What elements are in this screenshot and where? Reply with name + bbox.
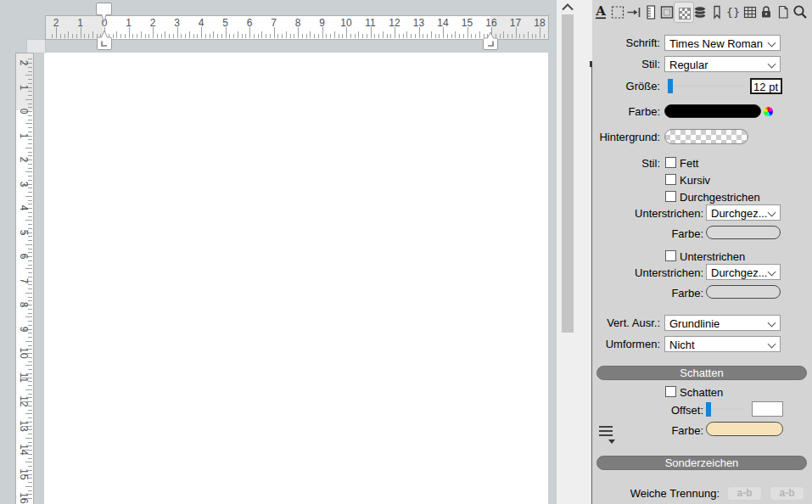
frame-icon[interactable] xyxy=(659,3,675,20)
table-icon[interactable] xyxy=(742,3,758,20)
ruler-tick xyxy=(277,34,278,38)
ruler-tick xyxy=(25,75,32,76)
font-value: Times New Roman xyxy=(669,37,763,50)
scroll-up-icon[interactable] xyxy=(561,3,574,12)
ruler-tick xyxy=(254,34,255,38)
first-line-indent-marker[interactable] xyxy=(95,2,113,25)
panel-menu-button[interactable] xyxy=(599,426,613,438)
underline2-dropdown[interactable]: Durchgez... xyxy=(706,264,781,280)
ruler-tick xyxy=(28,385,32,386)
ruler-tick xyxy=(28,71,32,72)
ruler-tick xyxy=(60,34,61,38)
shadow-section-header[interactable]: Schatten xyxy=(596,366,807,380)
ruler-tick xyxy=(238,31,238,38)
font-dropdown[interactable]: Times New Roman xyxy=(664,35,781,51)
ruler-tick xyxy=(258,34,259,38)
horizontal-ruler[interactable]: 210123456789101112131415161718 xyxy=(45,15,549,40)
lock-icon[interactable] xyxy=(759,3,774,20)
ruler-tick xyxy=(528,31,529,38)
placeholders-icon[interactable]: {} xyxy=(725,3,741,20)
ruler-tick xyxy=(173,34,174,38)
ruler-tick xyxy=(28,180,32,181)
ruler-tick xyxy=(25,462,32,462)
ruler-tick xyxy=(28,132,32,132)
panel-menu-arrow-icon[interactable] xyxy=(608,440,615,444)
character-format-icon[interactable]: A xyxy=(593,3,608,20)
ruler-tick xyxy=(383,31,384,38)
layers-icon[interactable] xyxy=(692,3,708,20)
shadow-offset-slider-thumb[interactable] xyxy=(706,402,711,417)
ruler-tick xyxy=(435,34,436,38)
ruler-origin-box[interactable] xyxy=(26,39,46,53)
shadow-checkbox[interactable] xyxy=(665,386,676,397)
ruler-tick xyxy=(390,34,391,38)
vertical-align-label: Vert. Ausr.: xyxy=(543,316,660,329)
ruler-tick xyxy=(451,34,452,38)
search-icon[interactable] xyxy=(792,3,807,20)
ruler-tick xyxy=(25,220,32,221)
ruler-number: 7 xyxy=(266,17,282,29)
left-indent-marker[interactable] xyxy=(95,30,114,52)
shadow-offset-label: Offset: xyxy=(585,404,703,417)
soft-hyphen-remove-button[interactable]: a-b xyxy=(770,486,804,501)
size-field[interactable]: 12 pt xyxy=(750,78,782,94)
soft-hyphen-insert-button[interactable]: a-b xyxy=(727,486,762,501)
page[interactable] xyxy=(44,53,548,504)
ruler-number: 2 xyxy=(18,157,30,163)
bold-checkbox[interactable] xyxy=(665,157,676,168)
ruler-number: 12 xyxy=(18,395,30,406)
underline-color-swatch[interactable] xyxy=(706,226,781,239)
ruler-tick xyxy=(148,34,149,38)
ruler-tick xyxy=(314,34,315,38)
strikethrough-checkbox[interactable] xyxy=(665,191,676,202)
ruler-tick xyxy=(25,486,32,487)
underline-dropdown[interactable]: Durchgez... xyxy=(706,204,781,221)
transparency-icon[interactable] xyxy=(676,3,692,20)
bookmark-icon[interactable] xyxy=(709,3,725,20)
text-color-swatch[interactable] xyxy=(664,104,761,118)
background-color-swatch[interactable] xyxy=(664,129,748,144)
ruler-tick xyxy=(25,123,32,124)
underline2-checkbox-label: Unterstrichen xyxy=(680,250,745,263)
ruler-tick xyxy=(28,394,32,395)
ruler-tick xyxy=(532,34,533,38)
chevron-down-icon xyxy=(768,268,776,277)
ruler-tick xyxy=(25,365,32,366)
vertical-ruler[interactable]: 21012345678910111213141516 xyxy=(15,53,34,504)
ruler-tick xyxy=(28,120,32,120)
size-slider-track[interactable] xyxy=(664,85,744,87)
right-indent-marker[interactable] xyxy=(481,31,500,52)
size-label: Größe: xyxy=(543,80,660,92)
vertical-align-dropdown[interactable]: Grundlinie xyxy=(664,315,781,331)
color-wheel-icon[interactable] xyxy=(764,107,773,116)
ruler-tick xyxy=(330,34,331,38)
ruler-tick xyxy=(205,34,206,38)
special-section-header[interactable]: Sonderzeichen xyxy=(596,456,807,470)
size-slider-thumb[interactable] xyxy=(668,79,673,93)
tabs-icon[interactable] xyxy=(626,3,641,20)
bold-label: Fett xyxy=(680,157,698,170)
shadow-offset-slider-track[interactable] xyxy=(706,408,744,411)
ruler-tick xyxy=(28,490,32,491)
ruler-number: 2 xyxy=(145,17,160,29)
ruler-tick xyxy=(28,260,32,261)
ruler-number: 5 xyxy=(218,17,233,29)
font-style-dropdown[interactable]: Regular xyxy=(664,56,781,72)
page-icon[interactable] xyxy=(776,3,791,20)
ruler-tick xyxy=(378,34,379,38)
ruler-tick xyxy=(189,31,190,38)
ruler-icon[interactable] xyxy=(643,3,658,20)
ruler-tick xyxy=(28,442,32,443)
selection-frame-icon[interactable] xyxy=(610,3,625,20)
italic-checkbox[interactable] xyxy=(665,174,676,185)
transform-dropdown[interactable]: Nicht xyxy=(664,336,781,352)
ruler-number: 5 xyxy=(18,229,30,235)
shadow-offset-field[interactable] xyxy=(752,401,783,417)
underline2-checkbox[interactable] xyxy=(665,250,676,261)
underline2-color-swatch[interactable] xyxy=(706,285,781,299)
svg-text:A: A xyxy=(595,3,606,19)
ruler-number: 14 xyxy=(18,444,30,455)
shadow-color-swatch[interactable] xyxy=(706,422,783,436)
ruler-tick xyxy=(132,34,133,38)
ruler-tick xyxy=(28,143,32,144)
